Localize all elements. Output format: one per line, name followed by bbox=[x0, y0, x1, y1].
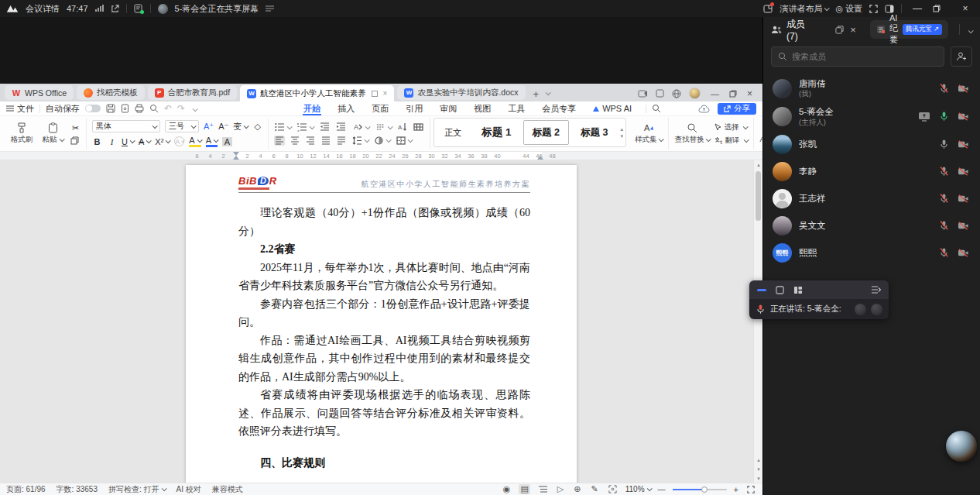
camera-off-icon[interactable] bbox=[958, 248, 969, 258]
member-row[interactable]: 王志祥 bbox=[763, 185, 980, 212]
mic-active-icon[interactable] bbox=[939, 111, 949, 122]
document-page[interactable]: BiB D R 航空港区中小学人工智能师生素养培养方案 理论客观题（40分）+1… bbox=[186, 165, 577, 483]
grid-view-button[interactable] bbox=[793, 286, 803, 294]
meeting-details-button[interactable]: 会议详情 bbox=[26, 3, 60, 15]
increase-indent-button[interactable] bbox=[335, 122, 347, 132]
font-name-select[interactable]: 黑体 bbox=[92, 120, 160, 132]
right-indent-marker[interactable] bbox=[537, 156, 543, 160]
previous-page-button[interactable]: ▴ bbox=[754, 455, 762, 464]
copy-button[interactable] bbox=[70, 136, 81, 145]
mic-muted-icon[interactable] bbox=[939, 220, 949, 231]
wps-minimize-button[interactable]: — bbox=[708, 89, 721, 98]
member-row[interactable]: 5-蒋会全 (主持人) bbox=[763, 102, 980, 130]
fullscreen-icon[interactable] bbox=[869, 5, 878, 13]
tab-close-icon[interactable]: × bbox=[383, 89, 388, 98]
quick-access-menu-button[interactable] bbox=[190, 104, 197, 113]
autosave-toggle[interactable] bbox=[85, 105, 101, 112]
decrease-indent-button[interactable] bbox=[319, 122, 331, 132]
scrollbar-thumb[interactable] bbox=[756, 171, 761, 221]
open-external-icon[interactable] bbox=[111, 5, 119, 13]
cloud-sync-icon[interactable] bbox=[698, 105, 710, 113]
reaction-icon[interactable] bbox=[855, 304, 866, 315]
font-format-button-strikethrough-button[interactable]: A bbox=[139, 137, 150, 146]
side-panel-toggle-icon[interactable] bbox=[885, 5, 894, 13]
fullscreen-view-button[interactable] bbox=[745, 486, 756, 493]
zoom-slider[interactable] bbox=[673, 489, 727, 490]
ai-proofread-button[interactable]: AI 校对 bbox=[176, 484, 201, 495]
read-mode-button[interactable]: ▷ bbox=[556, 484, 565, 494]
mic-muted-icon[interactable] bbox=[939, 83, 949, 94]
member-row[interactable]: 张凯 bbox=[763, 131, 980, 158]
camera-off-icon[interactable] bbox=[958, 139, 969, 150]
recording-status-icon[interactable] bbox=[134, 4, 143, 13]
wps-document-tab-合肥市教育局.pdf[interactable]: P 合肥市教育局.pdf bbox=[148, 85, 238, 100]
wps-document-tab-wps-office[interactable]: W WPS Office bbox=[5, 85, 74, 100]
network-signal-icon[interactable] bbox=[95, 5, 104, 12]
page-view-button[interactable]: ▤ bbox=[519, 484, 529, 494]
mic-idle-icon[interactable] bbox=[939, 139, 949, 150]
style-gallery-item-标题-3[interactable]: 标题 3 bbox=[571, 119, 618, 146]
meeting-minimize-button[interactable]: — bbox=[909, 3, 926, 14]
styles-gallery-scroll[interactable]: ▴▾ bbox=[618, 119, 625, 146]
member-row[interactable]: 吴文文 bbox=[763, 212, 980, 239]
camera-off-icon[interactable] bbox=[958, 84, 969, 94]
horizontal-ruler[interactable]: 6422468101214161820222426283032343638404… bbox=[0, 152, 762, 160]
align-right-button[interactable] bbox=[305, 136, 316, 146]
ribbon-menu-tab-开始[interactable]: 开始 bbox=[295, 101, 329, 115]
ribbon-search-button[interactable] bbox=[652, 104, 661, 113]
ribbon-menu-tab-会员专享[interactable]: 会员专享 bbox=[533, 101, 584, 115]
zoom-level[interactable]: 110% bbox=[625, 485, 651, 493]
paste-button[interactable]: 粘贴 bbox=[39, 122, 66, 145]
font-format-button-underline-button[interactable]: U bbox=[122, 137, 134, 146]
ribbon-menu-tab-wps-ai[interactable]: WPS AI bbox=[584, 101, 640, 115]
meeting-close-button[interactable]: × bbox=[957, 3, 974, 14]
workspace-icon[interactable] bbox=[656, 89, 664, 98]
user-avatar[interactable] bbox=[689, 88, 701, 99]
sort-button[interactable]: A bbox=[397, 122, 408, 132]
ribbon-menu-tab-工具[interactable]: 工具 bbox=[499, 101, 533, 115]
clear-format-button[interactable]: ◇ bbox=[252, 122, 262, 132]
reaction-icon[interactable] bbox=[871, 304, 882, 315]
wps-document-tab-找稻壳模板[interactable]: 找稻壳模板 bbox=[77, 85, 145, 100]
settings-button[interactable]: ◎ 设置 bbox=[835, 3, 862, 15]
wps-restore-button[interactable] bbox=[729, 90, 737, 98]
font-size-select[interactable]: 三号 bbox=[165, 120, 199, 132]
font-format-button-bold-button[interactable]: B bbox=[92, 137, 102, 146]
left-indent-marker[interactable] bbox=[233, 156, 239, 160]
shading-button[interactable] bbox=[374, 136, 391, 146]
document-scrollbar[interactable]: ▴ ▴ ▾ ▾ bbox=[753, 160, 762, 483]
panel-menu-button[interactable] bbox=[966, 22, 972, 36]
format-painter-button[interactable]: 格式刷 bbox=[9, 122, 35, 145]
file-menu-button[interactable]: 文件 bbox=[6, 103, 34, 115]
member-row[interactable]: 唐雨倩 (我) bbox=[763, 74, 980, 102]
ribbon-menu-tab-页面[interactable]: 页面 bbox=[363, 101, 397, 115]
style-gallery-item-正文[interactable]: 正文 bbox=[434, 119, 471, 146]
ribbon-menu-tab-审阅[interactable]: 审阅 bbox=[431, 101, 465, 115]
font-format-button-font-color-button[interactable]: A bbox=[206, 136, 218, 147]
document-canvas[interactable]: BiB D R 航空港区中小学人工智能师生素养培养方案 理论客观题（40分）+1… bbox=[0, 160, 762, 483]
tab-restore-icon[interactable] bbox=[372, 91, 378, 97]
cut-button[interactable]: ✂ bbox=[70, 123, 81, 133]
ribbon-menu-tab-视图[interactable]: 视图 bbox=[465, 101, 499, 115]
globe-icon[interactable] bbox=[672, 89, 681, 98]
font-format-button-enclosed-char-button[interactable]: A bbox=[174, 136, 184, 146]
scroll-down-button[interactable]: ▾ bbox=[754, 474, 762, 483]
search-input[interactable] bbox=[792, 52, 937, 61]
camera-off-icon[interactable] bbox=[958, 112, 969, 122]
tab-list-button[interactable] bbox=[543, 84, 550, 101]
expand-panel-button[interactable] bbox=[871, 286, 881, 294]
style-gallery-item-标题-2[interactable]: 标题 2 bbox=[523, 120, 569, 145]
ribbon-menu-tab-插入[interactable]: 插入 bbox=[329, 101, 363, 115]
font-format-button-char-shading-button[interactable]: A bbox=[222, 137, 232, 146]
print-preview-button[interactable] bbox=[149, 104, 159, 113]
align-left-button[interactable] bbox=[274, 136, 285, 146]
numbered-list-button[interactable] bbox=[296, 122, 314, 132]
wps-close-button[interactable]: × bbox=[745, 88, 755, 99]
add-member-button[interactable] bbox=[951, 46, 972, 67]
popout-panel-icon[interactable] bbox=[835, 26, 844, 34]
borders-button[interactable] bbox=[396, 136, 413, 146]
member-search-box[interactable] bbox=[771, 46, 944, 67]
members-tab[interactable]: 成员(7) bbox=[771, 18, 807, 42]
ai-summary-tab[interactable]: AI纪要 腾讯元宝 ↗ bbox=[870, 20, 948, 39]
close-panel-icon[interactable]: × bbox=[850, 24, 856, 36]
